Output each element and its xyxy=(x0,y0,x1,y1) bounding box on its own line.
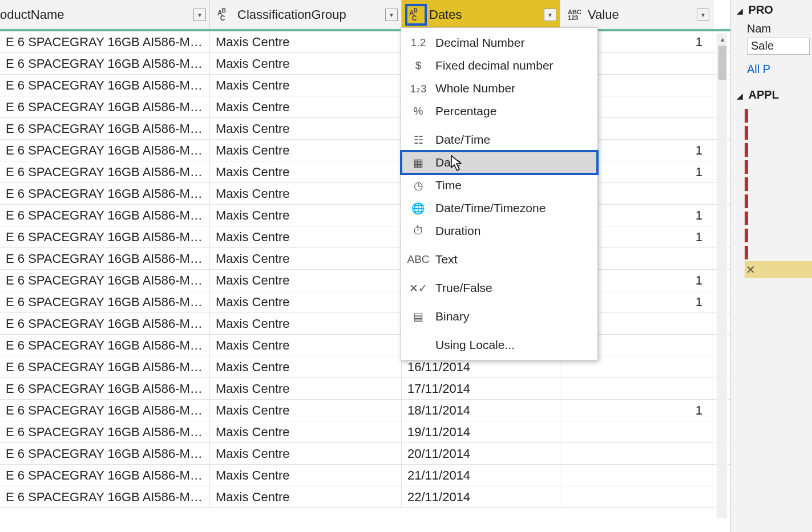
cell-product[interactable]: E 6 SPACEGRAY 16GB AI586-MYS-MG472... xyxy=(0,443,210,464)
scroll-up-icon[interactable]: ▴ xyxy=(717,33,728,44)
cell-product[interactable]: E 6 SPACEGRAY 16GB AI586-MYS-MG472... xyxy=(0,53,210,74)
cell-classif[interactable]: Maxis Centre xyxy=(210,356,402,377)
menu-item-binary[interactable]: ▤Binary xyxy=(401,305,597,328)
cell-product[interactable]: E 6 SPACEGRAY 16GB AI586-MYS-MG472... xyxy=(0,356,210,377)
cell-dates[interactable]: 20/11/2014 xyxy=(402,443,560,464)
cell-product[interactable]: E 6 SPACEGRAY 16GB AI586-MYS-MG472... xyxy=(0,75,210,96)
cell-classif[interactable]: Maxis Centre xyxy=(210,465,402,486)
table-row[interactable]: E 6 SPACEGRAY 16GB AI586-MYS-MG472...Max… xyxy=(0,421,730,443)
cell-value[interactable]: 1 xyxy=(560,400,713,421)
table-row[interactable]: E 6 SPACEGRAY 16GB AI586-MYS-MG472...Max… xyxy=(0,248,730,270)
cell-product[interactable]: E 6 SPACEGRAY 16GB AI586-MYS-MG472... xyxy=(0,335,210,356)
menu-item-percentage[interactable]: %Percentage xyxy=(401,100,597,123)
menu-item-using-locale[interactable]: Using Locale... xyxy=(401,334,597,356)
cell-classif[interactable]: Maxis Centre xyxy=(210,313,402,334)
menu-item-time[interactable]: ◷Time xyxy=(401,174,597,197)
cell-classif[interactable]: Maxis Centre xyxy=(210,421,402,442)
filter-dropdown-icon[interactable]: ▾ xyxy=(193,9,206,21)
vertical-scrollbar[interactable]: ▴ xyxy=(717,33,727,518)
header-dates[interactable]: AB C Dates ▾ xyxy=(402,0,560,29)
table-row[interactable]: E 6 SPACEGRAY 16GB AI586-MYS-MG472...Max… xyxy=(0,400,730,421)
cell-product[interactable]: E 6 SPACEGRAY 16GB AI586-MYS-MG472... xyxy=(0,226,210,247)
cell-classif[interactable]: Maxis Centre xyxy=(210,96,402,117)
table-row[interactable]: E 6 SPACEGRAY 16GB AI586-MYS-MG472...Max… xyxy=(0,118,730,140)
cell-product[interactable]: E 6 SPACEGRAY 16GB AI586-MYS-MG472... xyxy=(0,486,210,507)
filter-dropdown-icon[interactable]: ▾ xyxy=(697,9,709,21)
applied-step[interactable] xyxy=(745,107,812,124)
menu-item-decimal-number[interactable]: 1.2Decimal Number xyxy=(401,31,597,54)
name-input[interactable]: Sale xyxy=(747,38,810,55)
applied-step[interactable] xyxy=(745,210,812,227)
cell-classif[interactable]: Maxis Centre xyxy=(210,291,402,312)
cell-classif[interactable]: Maxis Centre xyxy=(210,183,402,204)
table-row[interactable]: E 6 SPACEGRAY 16GB AI586-MYS-MG472...Max… xyxy=(0,75,730,96)
cell-classif[interactable]: Maxis Centre xyxy=(210,226,402,247)
table-row[interactable]: E 6 SPACEGRAY 16GB AI586-MYS-MG472...Max… xyxy=(0,465,730,486)
cell-product[interactable]: E 6 SPACEGRAY 16GB AI586-MYS-MG472... xyxy=(0,291,210,312)
applied-step[interactable] xyxy=(745,244,812,261)
cell-classif[interactable]: Maxis Centre xyxy=(210,400,402,421)
cell-value[interactable] xyxy=(560,486,713,507)
table-row[interactable]: E 6 SPACEGRAY 16GB AI586-MYS-MG472...Max… xyxy=(0,226,730,248)
cell-dates[interactable]: 22/11/2014 xyxy=(402,486,560,507)
menu-item-whole-number[interactable]: 1₂3Whole Number xyxy=(401,77,597,100)
cell-product[interactable]: E 6 SPACEGRAY 16GB AI586-MYS-MG472... xyxy=(0,465,210,486)
header-value[interactable]: ABC123 Value ▾ xyxy=(560,0,713,29)
cell-classif[interactable]: Maxis Centre xyxy=(210,161,402,182)
applied-step[interactable] xyxy=(745,176,812,193)
table-row[interactable]: E 6 SPACEGRAY 16GB AI586-MYS-MG472...Max… xyxy=(0,140,730,161)
table-row[interactable]: E 6 SPACEGRAY 16GB AI586-MYS-MG472...Max… xyxy=(0,31,730,53)
table-row[interactable]: E 6 SPACEGRAY 16GB AI586-MYS-MG472...Max… xyxy=(0,205,730,226)
menu-item-duration[interactable]: ⏱Duration xyxy=(401,220,597,242)
cell-classif[interactable]: Maxis Centre xyxy=(210,248,402,269)
cell-dates[interactable]: 19/11/2014 xyxy=(402,421,560,442)
cell-product[interactable]: E 6 SPACEGRAY 16GB AI586-MYS-MG472... xyxy=(0,400,210,421)
cell-classif[interactable]: Maxis Centre xyxy=(210,31,402,52)
table-row[interactable]: E 6 SPACEGRAY 16GB AI586-MYS-MG472...Max… xyxy=(0,53,730,75)
header-classificationgroup[interactable]: AB C ClassificationGroup ▾ xyxy=(210,0,402,29)
table-row[interactable]: E 6 SPACEGRAY 16GB AI586-MYS-MG472...Max… xyxy=(0,313,730,335)
cell-product[interactable]: E 6 SPACEGRAY 16GB AI586-MYS-MG472... xyxy=(0,118,210,139)
applied-step[interactable] xyxy=(745,124,812,141)
cell-value[interactable] xyxy=(560,443,713,464)
table-row[interactable]: E 6 SPACEGRAY 16GB AI586-MYS-MG472...Max… xyxy=(0,378,730,400)
type-text-icon[interactable]: AB C xyxy=(216,6,233,23)
cell-classif[interactable]: Maxis Centre xyxy=(210,270,402,291)
table-row[interactable]: E 6 SPACEGRAY 16GB AI586-MYS-MG472...Max… xyxy=(0,161,730,183)
cell-product[interactable]: E 6 SPACEGRAY 16GB AI586-MYS-MG472... xyxy=(0,248,210,269)
menu-item-text[interactable]: ABCText xyxy=(401,248,597,271)
filter-dropdown-icon[interactable]: ▾ xyxy=(385,9,398,21)
cell-classif[interactable]: Maxis Centre xyxy=(210,75,402,96)
cell-classif[interactable]: Maxis Centre xyxy=(210,205,402,226)
cell-value[interactable] xyxy=(560,421,713,442)
cell-classif[interactable]: Maxis Centre xyxy=(210,118,402,139)
cell-product[interactable]: E 6 SPACEGRAY 16GB AI586-MYS-MG472... xyxy=(0,378,210,399)
menu-item-date[interactable]: ▦Date xyxy=(401,151,597,174)
collapse-icon[interactable]: ◢ xyxy=(737,6,743,15)
cell-value[interactable] xyxy=(560,465,713,486)
cell-dates[interactable]: 17/11/2014 xyxy=(402,378,560,399)
scroll-thumb[interactable] xyxy=(718,46,726,80)
cell-classif[interactable]: Maxis Centre xyxy=(210,486,402,507)
cell-classif[interactable]: Maxis Centre xyxy=(210,443,402,464)
applied-step-current[interactable]: ✕ xyxy=(745,261,812,278)
table-row[interactable]: E 6 SPACEGRAY 16GB AI586-MYS-MG472...Max… xyxy=(0,96,730,118)
cell-product[interactable]: E 6 SPACEGRAY 16GB AI586-MYS-MG472... xyxy=(0,313,210,334)
cell-product[interactable]: E 6 SPACEGRAY 16GB AI586-MYS-MG472... xyxy=(0,31,210,52)
cell-dates[interactable]: 21/11/2014 xyxy=(402,465,560,486)
cell-classif[interactable]: Maxis Centre xyxy=(210,140,402,161)
cell-product[interactable]: E 6 SPACEGRAY 16GB AI586-MYS-MG472... xyxy=(0,421,210,442)
table-row[interactable]: E 6 SPACEGRAY 16GB AI586-MYS-MG472...Max… xyxy=(0,291,730,313)
cell-classif[interactable]: Maxis Centre xyxy=(210,335,402,356)
type-any-icon[interactable]: ABC123 xyxy=(566,6,583,23)
cell-classif[interactable]: Maxis Centre xyxy=(210,378,402,399)
menu-item-fixed-decimal-number[interactable]: $Fixed decimal number xyxy=(401,54,597,77)
cell-dates[interactable]: 18/11/2014 xyxy=(402,400,560,421)
all-properties-link[interactable]: All P xyxy=(747,63,812,76)
applied-step[interactable] xyxy=(745,159,812,176)
table-row[interactable]: E 6 SPACEGRAY 16GB AI586-MYS-MG472...Max… xyxy=(0,443,730,465)
cell-classif[interactable]: Maxis Centre xyxy=(210,53,402,74)
cell-product[interactable]: E 6 SPACEGRAY 16GB AI586-MYS-MG472... xyxy=(0,205,210,226)
table-row[interactable]: E 6 SPACEGRAY 16GB AI586-MYS-MG472...Max… xyxy=(0,335,730,356)
table-row[interactable]: E 6 SPACEGRAY 16GB AI586-MYS-MG472...Max… xyxy=(0,183,730,205)
